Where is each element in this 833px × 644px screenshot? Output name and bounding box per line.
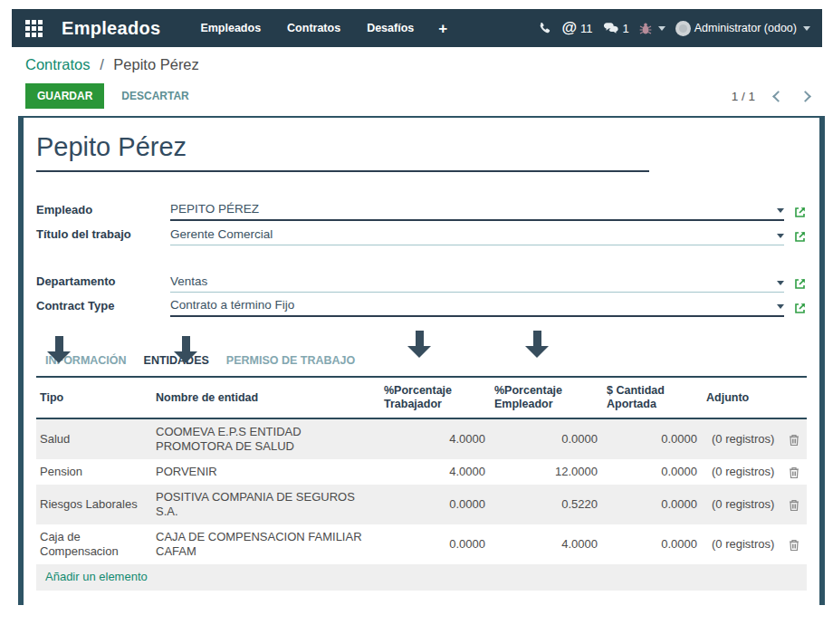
activities-counter[interactable]: @ 11: [561, 19, 592, 37]
field-value: Contrato a término Fijo: [170, 298, 294, 312]
cell-cantidad[interactable]: 0.0000: [603, 459, 703, 485]
annotation-arrow-tipo: [47, 336, 71, 363]
dropdown-caret-icon[interactable]: [777, 304, 784, 309]
apps-menu-icon[interactable]: [25, 20, 43, 37]
menu-item-empleados[interactable]: Empleados: [200, 22, 261, 34]
departamento-select[interactable]: Ventas: [170, 274, 784, 293]
annotation-arrow-nombre: [174, 336, 197, 363]
action-bar: GUARDAR DESCARTAR 1 / 1: [25, 83, 809, 109]
activities-count: 11: [580, 22, 593, 35]
open-record-icon[interactable]: [793, 302, 807, 315]
empleado-select[interactable]: PEPITO PÉREZ: [170, 202, 784, 221]
col-header-empleador[interactable]: %Porcentaje Empleador: [491, 378, 603, 418]
add-element-link[interactable]: Añadir un elemento: [36, 564, 807, 591]
cell-empleador[interactable]: 0.5220: [491, 485, 603, 524]
cell-nombre[interactable]: POSITIVA COMPANIA DE SEGUROS S.A.: [152, 485, 380, 524]
dropdown-caret-icon[interactable]: [777, 234, 784, 238]
col-header-adjunto[interactable]: Adjunto: [703, 378, 780, 418]
open-record-icon[interactable]: [793, 230, 807, 244]
entities-table: Tipo Nombre de entidad %Porcentaje Traba…: [36, 378, 807, 591]
plus-icon[interactable]: +: [438, 21, 447, 36]
systray: @ 11 1 Administrator (odoo): [538, 19, 822, 37]
at-icon: @: [561, 19, 577, 37]
cell-nombre[interactable]: CAJA DE COMPENSACION FAMILIAR CAFAM: [152, 524, 380, 564]
debug-menu[interactable]: [639, 22, 665, 35]
field-contract-type: Contract Type Contrato a término Fijo: [36, 293, 807, 317]
breadcrumb: Contratos / Pepito Pérez: [25, 56, 199, 73]
field-label: Contract Type: [36, 299, 170, 317]
cell-nombre[interactable]: COOMEVA E.P.S ENTIDAD PROMOTORA DE SALUD: [152, 418, 380, 459]
col-header-cantidad[interactable]: $ Cantidad Aportada: [603, 378, 703, 418]
delete-row-icon[interactable]: [789, 539, 799, 552]
col-header-nombre[interactable]: Nombre de entidad: [152, 378, 380, 418]
table-row[interactable]: Salud COOMEVA E.P.S ENTIDAD PROMOTORA DE…: [36, 418, 807, 459]
cell-tipo[interactable]: Caja de Compensacion: [36, 524, 152, 564]
user-menu[interactable]: Administrator (odoo): [675, 21, 810, 36]
cell-cantidad[interactable]: 0.0000: [603, 524, 703, 564]
breadcrumb-separator: /: [100, 56, 104, 72]
messages-counter[interactable]: 1: [603, 22, 629, 35]
delete-row-icon[interactable]: [789, 466, 799, 479]
chat-icon: [603, 22, 619, 34]
table-header-row: Tipo Nombre de entidad %Porcentaje Traba…: [36, 378, 807, 418]
discard-button[interactable]: DESCARTAR: [121, 90, 188, 102]
cell-adjunto[interactable]: (0 registros): [703, 485, 780, 524]
field-value: Ventas: [170, 274, 207, 288]
titulo-select[interactable]: Gerente Comercial: [170, 227, 784, 245]
cell-tipo[interactable]: Pension: [36, 459, 152, 485]
cell-trabajador[interactable]: 4.0000: [380, 459, 491, 485]
top-menu: Empleados Contratos Desafíos: [200, 22, 414, 34]
pager-previous-icon[interactable]: [772, 91, 784, 102]
cell-empleador[interactable]: 4.0000: [491, 524, 603, 564]
top-navbar: Empleados Empleados Contratos Desafíos +…: [12, 9, 822, 47]
cell-adjunto[interactable]: (0 registros): [703, 418, 780, 459]
user-name: Administrator (odoo): [694, 22, 797, 34]
cell-empleador[interactable]: 0.0000: [491, 418, 603, 459]
cell-trabajador[interactable]: 0.0000: [380, 485, 491, 524]
title-underline: [36, 170, 649, 172]
field-label: Departamento: [36, 274, 170, 293]
annotation-arrow-trabajador: [407, 331, 431, 358]
field-value: Gerente Comercial: [170, 227, 273, 241]
cell-trabajador[interactable]: 0.0000: [380, 524, 491, 564]
field-titulo-trabajo: Título del trabajo Gerente Comercial: [36, 221, 807, 245]
cell-adjunto[interactable]: (0 registros): [703, 459, 780, 485]
breadcrumb-current: Pepito Pérez: [113, 56, 198, 72]
bug-icon: [639, 22, 652, 35]
dropdown-caret-icon[interactable]: [777, 208, 784, 213]
cell-trabajador[interactable]: 4.0000: [380, 418, 491, 459]
cell-tipo[interactable]: Riesgos Laborales: [36, 485, 152, 524]
save-button[interactable]: GUARDAR: [25, 83, 104, 109]
breadcrumb-contratos[interactable]: Contratos: [25, 56, 91, 72]
menu-item-desafios[interactable]: Desafíos: [367, 22, 414, 34]
field-label: Título del trabajo: [36, 227, 170, 245]
open-record-icon[interactable]: [793, 277, 807, 291]
app-title[interactable]: Empleados: [62, 18, 160, 39]
cell-empleador[interactable]: 12.0000: [491, 459, 603, 485]
phone-icon[interactable]: [538, 22, 551, 35]
menu-item-contratos[interactable]: Contratos: [287, 22, 340, 34]
open-record-icon[interactable]: [793, 206, 807, 219]
cell-adjunto[interactable]: (0 registros): [703, 524, 780, 564]
dropdown-caret-icon[interactable]: [777, 281, 784, 285]
delete-row-icon[interactable]: [789, 434, 799, 447]
cell-nombre[interactable]: PORVENIR: [152, 459, 380, 485]
col-header-trabajador[interactable]: %Porcentaje Trabajador: [380, 378, 491, 418]
cell-cantidad[interactable]: 0.0000: [603, 418, 703, 459]
col-header-tipo[interactable]: Tipo: [36, 378, 152, 418]
chevron-down-icon: [803, 26, 810, 31]
pager-next-icon[interactable]: [799, 91, 811, 102]
form-sheet: Pepito Pérez Empleado PEPITO PÉREZ Títul…: [18, 116, 825, 605]
cell-cantidad[interactable]: 0.0000: [603, 485, 703, 524]
table-row[interactable]: Riesgos Laborales POSITIVA COMPANIA DE S…: [36, 485, 807, 524]
contract-type-select[interactable]: Contrato a término Fijo: [170, 298, 784, 317]
table-row[interactable]: Caja de Compensacion CAJA DE COMPENSACIO…: [36, 524, 807, 564]
cell-tipo[interactable]: Salud: [36, 418, 152, 459]
field-departamento: Departamento Ventas: [36, 268, 807, 293]
annotation-arrow-empleador: [525, 331, 549, 358]
tab-permiso-de-trabajo[interactable]: PERMISO DE TRABAJO: [226, 354, 355, 376]
table-row[interactable]: Pension PORVENIR 4.0000 12.0000 0.0000 (…: [36, 459, 807, 485]
delete-row-icon[interactable]: [789, 499, 799, 512]
avatar: [675, 21, 691, 36]
pager-value: 1 / 1: [732, 90, 755, 103]
